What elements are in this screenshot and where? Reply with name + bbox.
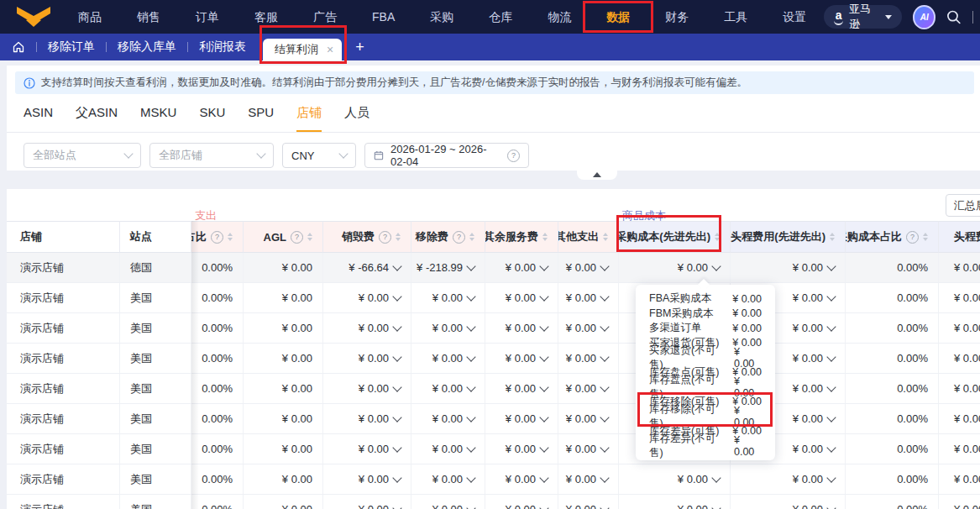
expand-caret-icon[interactable] bbox=[466, 443, 475, 452]
expand-caret-icon[interactable] bbox=[539, 291, 548, 301]
expand-caret-icon[interactable] bbox=[826, 503, 836, 509]
expand-caret-icon[interactable] bbox=[539, 352, 548, 361]
sort-icon[interactable] bbox=[830, 233, 835, 241]
info-icon[interactable]: ? bbox=[379, 231, 391, 244]
expand-caret-icon[interactable] bbox=[392, 412, 401, 422]
expand-caret-icon[interactable] bbox=[826, 443, 836, 452]
nav-item-2[interactable]: 订单 bbox=[178, 0, 237, 34]
nav-item-6[interactable]: 采购 bbox=[412, 0, 471, 34]
expand-caret-icon[interactable] bbox=[826, 261, 836, 270]
sort-icon[interactable] bbox=[469, 233, 474, 241]
expand-caret-icon[interactable] bbox=[600, 473, 609, 482]
nav-item-9[interactable]: 数据 bbox=[589, 0, 647, 34]
nav-item-0[interactable]: 商品 bbox=[60, 0, 119, 34]
expand-caret-icon[interactable] bbox=[539, 382, 548, 391]
subnav-link-1[interactable]: 移除入库单 bbox=[118, 39, 176, 55]
expand-caret-icon[interactable] bbox=[466, 382, 475, 391]
expand-caret-icon[interactable] bbox=[539, 473, 548, 482]
expand-caret-icon[interactable] bbox=[392, 473, 401, 482]
expand-caret-icon[interactable] bbox=[466, 261, 475, 270]
account-switcher[interactable]: a 亚马逊 bbox=[824, 5, 902, 29]
expand-caret-icon[interactable] bbox=[392, 382, 401, 391]
column-header-11[interactable]: 头程费 bbox=[939, 221, 980, 253]
view-tab-1[interactable]: 父ASIN bbox=[76, 105, 118, 132]
expand-caret-icon[interactable] bbox=[826, 412, 836, 422]
expand-caret-icon[interactable] bbox=[466, 473, 475, 482]
help-icon[interactable]: ? bbox=[507, 150, 520, 162]
info-icon[interactable]: ? bbox=[453, 231, 465, 244]
view-tab-2[interactable]: MSKU bbox=[140, 105, 176, 132]
info-icon[interactable]: ? bbox=[906, 231, 919, 244]
expand-caret-icon[interactable] bbox=[600, 412, 609, 422]
expand-caret-icon[interactable] bbox=[600, 291, 609, 301]
currency-select[interactable]: CNY bbox=[282, 143, 356, 168]
column-header-7[interactable]: 其他支出 bbox=[558, 221, 619, 253]
nav-item-11[interactable]: 工具 bbox=[706, 0, 765, 34]
expand-caret-icon[interactable] bbox=[600, 503, 609, 509]
collapse-panel-handle[interactable] bbox=[577, 171, 617, 180]
column-header-1[interactable]: 站点 bbox=[120, 221, 191, 253]
expand-caret-icon[interactable] bbox=[539, 443, 548, 452]
site-select[interactable]: 全部站点 bbox=[24, 143, 141, 168]
expand-caret-icon[interactable] bbox=[600, 261, 609, 270]
column-header-10[interactable]: 采购成本占比? bbox=[846, 221, 939, 253]
expand-caret-icon[interactable] bbox=[466, 412, 475, 422]
expand-caret-icon[interactable] bbox=[392, 291, 401, 301]
nav-item-4[interactable]: 广告 bbox=[296, 0, 354, 34]
sort-icon[interactable] bbox=[228, 233, 233, 241]
expand-caret-icon[interactable] bbox=[600, 443, 609, 452]
expand-caret-icon[interactable] bbox=[392, 443, 401, 452]
expand-caret-icon[interactable] bbox=[826, 322, 836, 331]
info-icon[interactable]: ? bbox=[211, 231, 223, 244]
expand-caret-icon[interactable] bbox=[711, 473, 721, 482]
sort-icon[interactable] bbox=[396, 233, 401, 241]
column-header-9[interactable]: 头程费用(先进先出) bbox=[731, 221, 846, 253]
expand-caret-icon[interactable] bbox=[600, 382, 609, 391]
store-select[interactable]: 全部店铺 bbox=[149, 143, 274, 168]
view-tab-5[interactable]: 店铺 bbox=[296, 105, 322, 132]
expand-caret-icon[interactable] bbox=[392, 352, 401, 361]
expand-caret-icon[interactable] bbox=[392, 503, 401, 509]
ai-assistant-button[interactable]: AI bbox=[913, 5, 935, 29]
brand-logo-icon[interactable] bbox=[15, 6, 52, 28]
sort-icon[interactable] bbox=[923, 233, 928, 241]
subnav-link-2[interactable]: 利润报表 bbox=[199, 39, 246, 55]
expand-caret-icon[interactable] bbox=[826, 473, 836, 482]
column-header-8[interactable]: 采购成本(先进先出) bbox=[619, 221, 731, 253]
view-tab-4[interactable]: SPU bbox=[248, 105, 274, 132]
view-tab-0[interactable]: ASIN bbox=[24, 105, 53, 132]
expand-caret-icon[interactable] bbox=[711, 503, 721, 509]
info-icon[interactable]: ? bbox=[291, 231, 303, 244]
sort-icon[interactable] bbox=[715, 233, 720, 241]
expand-caret-icon[interactable] bbox=[539, 503, 548, 509]
nav-item-7[interactable]: 仓库 bbox=[471, 0, 530, 34]
new-tab-button[interactable]: + bbox=[355, 39, 364, 55]
nav-item-12[interactable]: 设置 bbox=[765, 0, 824, 34]
expand-caret-icon[interactable] bbox=[539, 261, 548, 270]
home-button[interactable] bbox=[12, 40, 25, 54]
expand-caret-icon[interactable] bbox=[466, 352, 475, 361]
expand-caret-icon[interactable] bbox=[539, 322, 548, 331]
view-tab-6[interactable]: 人员 bbox=[344, 105, 369, 132]
sort-icon[interactable] bbox=[542, 233, 548, 241]
search-icon[interactable] bbox=[946, 9, 962, 25]
column-header-4[interactable]: 销毁费? bbox=[323, 221, 411, 253]
tab-settlement-profit[interactable]: 结算利润 × bbox=[263, 39, 342, 60]
expand-caret-icon[interactable] bbox=[466, 322, 475, 331]
view-tab-3[interactable]: SKU bbox=[199, 105, 225, 132]
expand-caret-icon[interactable] bbox=[826, 352, 836, 361]
nav-item-8[interactable]: 物流 bbox=[530, 0, 589, 34]
column-header-6[interactable]: 其余服务费 bbox=[485, 221, 558, 253]
nav-item-3[interactable]: 客服 bbox=[237, 0, 296, 34]
expand-caret-icon[interactable] bbox=[711, 261, 721, 270]
expand-caret-icon[interactable] bbox=[466, 503, 475, 509]
expand-caret-icon[interactable] bbox=[600, 322, 609, 331]
expand-caret-icon[interactable] bbox=[392, 261, 401, 270]
sort-icon[interactable] bbox=[307, 233, 312, 241]
expand-caret-icon[interactable] bbox=[600, 352, 609, 361]
column-header-5[interactable]: 移除费? bbox=[411, 221, 485, 253]
column-header-2[interactable]: 占比? bbox=[191, 221, 244, 253]
summary-display-button[interactable]: 汇总展 bbox=[946, 194, 980, 217]
close-icon[interactable]: × bbox=[327, 44, 333, 55]
expand-caret-icon[interactable] bbox=[466, 291, 475, 301]
